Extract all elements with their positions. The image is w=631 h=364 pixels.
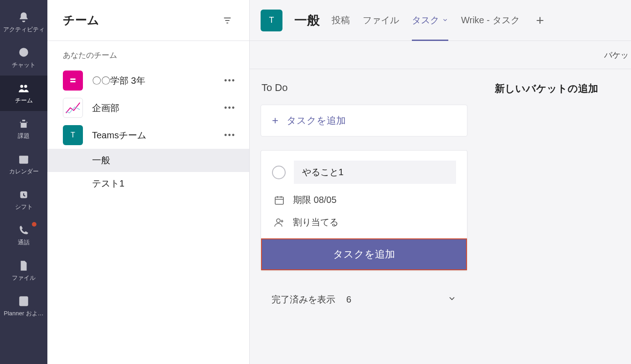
calendar-icon <box>274 195 285 206</box>
rail-activity[interactable]: アクティビティ <box>0 5 47 40</box>
channel-general[interactable]: 一般 <box>47 149 249 172</box>
rail-planner[interactable]: Planner およ… <box>0 288 47 324</box>
show-completed-row[interactable]: 完了済みを表示 6 <box>261 284 467 315</box>
main-content: T 一般 投稿 ファイル タスク Wrike - タスク + バケットでグループ… <box>250 0 631 364</box>
teams-body: あなたのチーム 〓 〇〇学部 3年 ••• 企画部 ••• T Teamsチーム… <box>47 41 249 364</box>
group-by-dropdown[interactable]: バケットでグループ化 <box>604 50 631 61</box>
rail-label: ファイル <box>12 274 36 282</box>
rail-label: カレンダー <box>9 167 39 176</box>
rail-label: チャット <box>12 61 36 69</box>
add-task-label: タスクを追加 <box>287 114 346 127</box>
channel-title: 一般 <box>294 12 320 29</box>
team-avatar: T <box>63 125 83 145</box>
team-name: 〇〇学部 3年 <box>92 75 211 87</box>
new-bucket-title: 新しいバケットの追加 <box>495 82 631 96</box>
board-toolbar: バケットでグループ化 <box>250 41 631 69</box>
rail-assignments[interactable]: 課題 <box>0 111 47 147</box>
teams-icon <box>17 82 30 95</box>
team-more-button[interactable]: ••• <box>221 129 239 142</box>
team-name: 企画部 <box>92 102 211 114</box>
plus-icon: + <box>272 114 278 127</box>
chat-icon <box>17 46 30 59</box>
chevron-down-icon <box>442 15 448 25</box>
channel-name: テスト1 <box>92 177 124 190</box>
rail-label: アクティビティ <box>3 25 45 34</box>
svg-point-2 <box>24 85 27 88</box>
tab-tasks[interactable]: タスク <box>412 0 448 40</box>
main-header: T 一般 投稿 ファイル タスク Wrike - タスク + <box>250 0 631 41</box>
rail-label: チーム <box>15 96 33 105</box>
team-name: Teamsチーム <box>92 129 211 142</box>
planner-icon <box>17 295 30 308</box>
channel-avatar: T <box>261 10 282 31</box>
rail-calendar[interactable]: カレンダー <box>0 147 47 182</box>
team-row[interactable]: T Teamsチーム ••• <box>47 121 249 149</box>
completed-count: 6 <box>346 294 351 305</box>
add-tab-button[interactable]: + <box>533 13 548 28</box>
rail-label: 通話 <box>18 238 30 247</box>
task-due-label: 期限 08/05 <box>293 194 337 206</box>
task-complete-circle[interactable] <box>272 166 286 179</box>
channel-test1[interactable]: テスト1 <box>47 172 249 195</box>
tab-wrike[interactable]: Wrike - タスク <box>461 0 520 40</box>
svg-point-0 <box>19 48 28 57</box>
task-title-input[interactable] <box>294 161 456 184</box>
chevron-down-icon <box>447 294 457 305</box>
svg-point-8 <box>277 219 280 222</box>
bucket-title: To Do <box>261 82 467 94</box>
teams-title: チーム <box>63 12 99 28</box>
assign-icon <box>274 217 285 228</box>
shifts-icon <box>17 188 30 201</box>
your-teams-label: あなたのチーム <box>47 50 249 67</box>
task-assign-row[interactable]: 割り当てる <box>272 216 456 228</box>
team-avatar <box>63 98 83 118</box>
filter-button[interactable] <box>221 14 234 27</box>
calls-icon <box>17 224 30 237</box>
rail-shifts[interactable]: シフト <box>0 182 47 217</box>
bucket-todo: To Do + タスクを追加 期限 08/05 <box>261 82 467 351</box>
notification-badge <box>32 222 36 227</box>
team-row[interactable]: 企画部 ••• <box>47 94 249 121</box>
rail-label: シフト <box>15 203 33 211</box>
new-bucket[interactable]: 新しいバケットの追加 <box>495 82 631 351</box>
add-task-row[interactable]: + タスクを追加 <box>261 105 467 136</box>
team-more-button[interactable]: ••• <box>221 74 239 87</box>
teams-panel: チーム あなたのチーム 〓 〇〇学部 3年 ••• 企画部 ••• T Team… <box>47 0 250 364</box>
team-more-button[interactable]: ••• <box>221 101 239 115</box>
tabs: 投稿 ファイル タスク Wrike - タスク + <box>332 0 548 40</box>
group-by-label: バケットでグループ化 <box>604 50 631 61</box>
task-due-row[interactable]: 期限 08/05 <box>272 194 456 206</box>
rail-label: 課題 <box>18 132 30 140</box>
completed-label: 完了済みを表示 <box>272 293 335 306</box>
calendar-icon <box>17 153 30 166</box>
board: To Do + タスクを追加 期限 08/05 <box>250 69 631 364</box>
svg-rect-4 <box>19 156 28 158</box>
rail-teams[interactable]: チーム <box>0 76 47 111</box>
team-row[interactable]: 〓 〇〇学部 3年 ••• <box>47 67 249 94</box>
teams-header: チーム <box>47 0 249 41</box>
bell-icon <box>17 11 30 24</box>
task-add-button[interactable]: タスクを追加 <box>261 238 467 270</box>
tab-posts[interactable]: 投稿 <box>332 0 350 40</box>
tab-files[interactable]: ファイル <box>363 0 399 40</box>
rail-chat[interactable]: チャット <box>0 40 47 76</box>
svg-rect-7 <box>275 197 283 204</box>
app-rail: アクティビティ チャット チーム 課題 カレンダー シフト 通話 <box>0 0 47 364</box>
svg-point-1 <box>20 85 23 88</box>
files-icon <box>17 259 30 272</box>
new-task-card: 期限 08/05 割り当てる タスクを追加 <box>261 150 467 271</box>
rail-files[interactable]: ファイル <box>0 253 47 288</box>
channel-name: 一般 <box>92 154 110 167</box>
rail-label: Planner およ… <box>4 309 43 318</box>
team-avatar: 〓 <box>63 71 83 91</box>
rail-calls[interactable]: 通話 <box>0 217 47 253</box>
assignments-icon <box>17 117 30 130</box>
task-assign-label: 割り当てる <box>293 216 339 228</box>
